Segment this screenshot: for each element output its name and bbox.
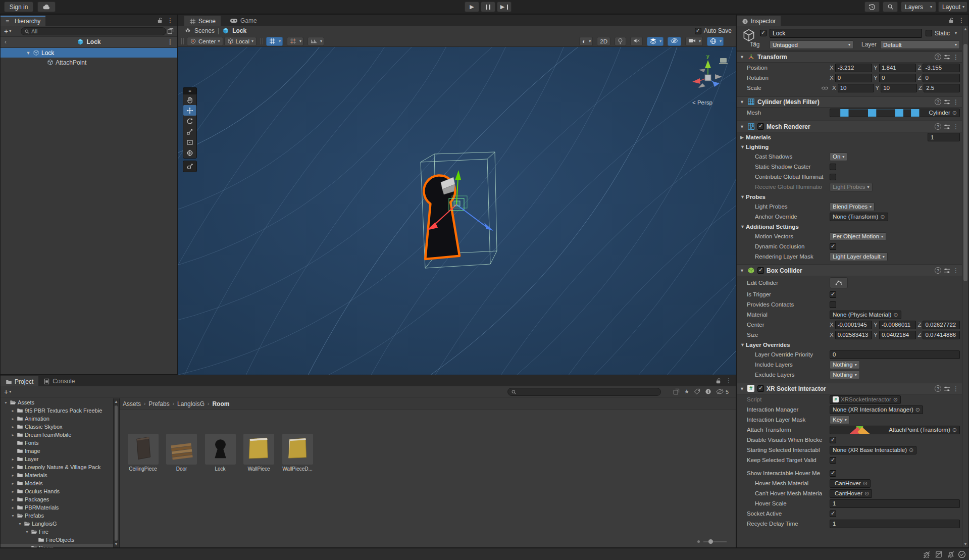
project-folder-fonts[interactable]: Fonts bbox=[1, 439, 113, 447]
project-tree-scrollbar[interactable]: ▲ ▼ bbox=[113, 398, 119, 547]
project-breadcrumb[interactable]: Assets›Prefabs›LangloisG›Room bbox=[120, 398, 736, 410]
search-by-label-icon[interactable] bbox=[694, 388, 700, 395]
component-enabled-checkbox[interactable] bbox=[757, 123, 764, 130]
vector-field-z[interactable]: 0.07414886 bbox=[923, 331, 960, 339]
asset-item-door[interactable]: Door bbox=[163, 434, 201, 472]
component-foldout-icon[interactable]: ▼ bbox=[740, 55, 745, 60]
folder-arrow-icon[interactable]: ▾ bbox=[4, 400, 8, 405]
hierarchy-item-lock[interactable]: ▼Lock bbox=[1, 48, 177, 58]
hierarchy-menu-icon[interactable]: ⋮ bbox=[167, 17, 173, 23]
checkbox-provides-contacts[interactable] bbox=[830, 301, 836, 308]
object-field-interaction-manager[interactable]: None (XR Interaction Manager)⊙ bbox=[830, 405, 923, 414]
component-menu-icon[interactable]: ⋮ bbox=[953, 124, 959, 130]
dropdown-exclude-layers[interactable]: Nothing▾ bbox=[830, 371, 860, 379]
rect-tool[interactable] bbox=[183, 137, 196, 147]
thumbnail-zoom-slider[interactable] bbox=[697, 539, 727, 544]
breadcrumb-item-langloisg[interactable]: LangloisG bbox=[177, 400, 205, 408]
view-hand-tool[interactable] bbox=[183, 94, 196, 105]
move-tool[interactable] bbox=[183, 105, 196, 116]
folder-arrow-icon[interactable]: ▾ bbox=[18, 522, 22, 526]
object-picker-icon[interactable]: ⊙ bbox=[915, 407, 920, 413]
vector-field-y[interactable]: -0.0086011 bbox=[879, 321, 916, 329]
vector-field-y[interactable]: 0.0402184 bbox=[879, 331, 916, 339]
component-header-box-collider[interactable]: ▼Box Collider?⋮ bbox=[737, 265, 962, 276]
help-icon[interactable]: ? bbox=[935, 54, 941, 60]
checkbox-show-interactable-hover-me[interactable] bbox=[830, 470, 836, 477]
text-field-recycle-delay-time[interactable]: 1 bbox=[830, 520, 960, 528]
component-menu-icon[interactable]: ⋮ bbox=[953, 386, 959, 392]
project-menu-icon[interactable]: ⋮ bbox=[726, 378, 732, 384]
step-button[interactable]: ▶ bbox=[497, 2, 512, 12]
static-checkbox[interactable] bbox=[926, 30, 932, 36]
hierarchy-item-attachpoint[interactable]: AttachPoint bbox=[1, 58, 177, 67]
back-chevron-icon[interactable]: ‹ bbox=[5, 38, 7, 45]
help-icon[interactable]: ? bbox=[935, 267, 941, 274]
project-folder-animation[interactable]: ▸Animation bbox=[1, 415, 113, 423]
toolbar-drag-handle[interactable] bbox=[181, 38, 184, 44]
folder-arrow-icon[interactable]: ▸ bbox=[11, 433, 15, 437]
scene-visibility-button[interactable] bbox=[668, 37, 681, 46]
toolbar-drag-handle[interactable] bbox=[261, 38, 263, 44]
lock-open-icon[interactable] bbox=[948, 17, 954, 24]
vector-field-z[interactable]: 0 bbox=[923, 74, 960, 82]
folder-arrow-icon[interactable]: ▸ bbox=[11, 497, 15, 502]
info-icon[interactable] bbox=[705, 388, 711, 395]
tag-dropdown[interactable]: Untagged▾ bbox=[770, 40, 853, 49]
cache-server-muted-icon[interactable] bbox=[935, 550, 943, 558]
component-header-mesh-renderer[interactable]: ▼Mesh Renderer?⋮ bbox=[737, 121, 962, 132]
lock-open-icon[interactable] bbox=[157, 17, 163, 24]
project-folder-lowpoly-nature-village-pack[interactable]: ▸Lowpoly Nature & Village Pack bbox=[1, 463, 113, 471]
vector-field-y[interactable]: 0 bbox=[879, 74, 916, 82]
component-foldout-icon[interactable]: ▼ bbox=[740, 268, 745, 273]
asset-item-ceilingpiece[interactable]: CeilingPiece bbox=[124, 434, 162, 472]
presets-icon[interactable] bbox=[944, 54, 950, 60]
gameobject-active-checkbox[interactable] bbox=[760, 30, 767, 36]
vector-field-z[interactable]: 2.5 bbox=[924, 84, 960, 92]
grid-snap-caret[interactable]: ▾ bbox=[298, 37, 303, 46]
rotate-tool[interactable] bbox=[183, 116, 196, 126]
project-folder-fireobjects[interactable]: FireObjects bbox=[1, 536, 113, 544]
project-folder-models[interactable]: ▸Models bbox=[1, 479, 113, 487]
project-folder-materials[interactable]: ▸Materials bbox=[1, 471, 113, 479]
sign-in-button[interactable]: Sign in bbox=[4, 2, 33, 12]
project-folder-pbrmaterials[interactable]: ▸PBRMaterials bbox=[1, 503, 113, 512]
scale-tool[interactable] bbox=[183, 126, 196, 137]
layer-dropdown[interactable]: Default▾ bbox=[880, 40, 960, 49]
object-picker-icon[interactable]: ⊙ bbox=[952, 110, 957, 116]
orientation-button[interactable]: Local▾ bbox=[224, 37, 257, 46]
save-search-icon[interactable]: ★ bbox=[684, 388, 689, 395]
undo-history-button[interactable] bbox=[864, 2, 880, 12]
folder-arrow-icon[interactable]: ▾ bbox=[25, 530, 29, 534]
auto-save-toggle[interactable]: Auto Save bbox=[695, 26, 732, 36]
play-button[interactable]: ▶ bbox=[465, 2, 479, 12]
component-foldout-icon[interactable]: ▼ bbox=[740, 386, 745, 391]
project-folder-assets[interactable]: ▾Assets bbox=[1, 398, 113, 406]
object-field-mesh[interactable]: Cylinder⊙ bbox=[830, 109, 960, 117]
checkbox-keep-selected-target-valid[interactable] bbox=[830, 457, 836, 464]
create-plus-icon[interactable]: + bbox=[4, 388, 8, 396]
project-folder-fire[interactable]: ▾Fire bbox=[1, 528, 113, 536]
dropdown-rendering-layer-mask[interactable]: Light Layer default▾ bbox=[830, 252, 888, 261]
folder-arrow-icon[interactable]: ▸ bbox=[11, 465, 15, 470]
notifications-muted-icon[interactable] bbox=[947, 550, 955, 558]
checkbox-static-shadow-caster[interactable] bbox=[830, 164, 836, 170]
object-picker-icon[interactable]: ⊙ bbox=[952, 427, 957, 433]
foldout-arrow-icon[interactable]: ▼ bbox=[740, 144, 746, 149]
static-caret-icon[interactable]: ▾ bbox=[955, 31, 957, 35]
vector-field-x[interactable]: 10 bbox=[838, 84, 874, 92]
folder-arrow-icon[interactable]: ▸ bbox=[11, 457, 15, 462]
scene-audio-button[interactable] bbox=[630, 37, 643, 46]
component-foldout-icon[interactable]: ▼ bbox=[740, 124, 745, 129]
object-picker-icon[interactable]: ⊙ bbox=[864, 491, 869, 496]
pivot-mode-button[interactable]: Center▾ bbox=[187, 37, 223, 46]
text-field-hover-scale[interactable]: 1 bbox=[830, 499, 960, 508]
object-picker-icon[interactable]: ⊙ bbox=[863, 481, 868, 486]
create-plus-icon[interactable]: + bbox=[4, 27, 8, 35]
presets-icon[interactable] bbox=[944, 386, 950, 392]
breadcrumb-scenes[interactable]: Scenes bbox=[194, 27, 215, 34]
grid-visibility-caret[interactable]: ▾ bbox=[277, 37, 283, 46]
auto-save-checkbox[interactable] bbox=[695, 28, 701, 34]
inspector-menu-icon[interactable]: ⋮ bbox=[958, 17, 964, 23]
snap-increment-caret[interactable]: ▾ bbox=[319, 37, 324, 46]
vector-field-y[interactable]: 10 bbox=[881, 84, 917, 92]
